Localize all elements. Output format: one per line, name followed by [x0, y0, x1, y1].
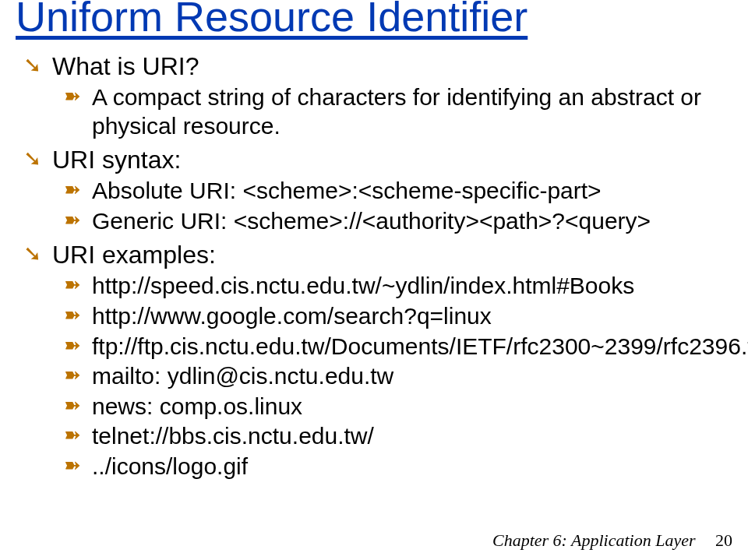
bullet-level2: ➽telnet://bbs.cis.nctu.edu.tw/	[64, 422, 732, 451]
bullet-text: ../icons/logo.gif	[92, 453, 248, 481]
bullet-text: What is URI?	[52, 51, 199, 82]
bullet-icon: ➽	[64, 393, 81, 419]
bullet-icon: ➽	[64, 453, 81, 479]
bullet-level2: ➽http://www.google.com/search?q=linux	[64, 302, 732, 331]
bullet-level2: ➽mailto: ydlin@cis.nctu.edu.tw	[64, 362, 732, 391]
bullet-text: http://www.google.com/search?q=linux	[92, 302, 492, 331]
bullet-text: mailto: ydlin@cis.nctu.edu.tw	[92, 362, 393, 391]
bullet-text: A compact string of characters for ident…	[92, 83, 732, 140]
bullet-text: ftp://ftp.cis.nctu.edu.tw/Documents/IETF…	[92, 333, 748, 361]
bullet-icon: ➽	[64, 272, 81, 298]
bullet-level2: ➽../icons/logo.gif	[64, 453, 732, 481]
content-list: ➘What is URI?➽A compact string of charac…	[16, 51, 732, 481]
bullet-icon: ➽	[64, 207, 81, 234]
chapter-label: Chapter 6: Application Layer	[492, 530, 696, 550]
bullet-icon: ➽	[64, 422, 81, 449]
bullet-icon: ➽	[64, 362, 81, 389]
bullet-level2: ➽news: comp.os.linux	[64, 393, 732, 421]
bullet-text: http://speed.cis.nctu.edu.tw/~ydlin/inde…	[92, 272, 634, 301]
page-number: 20	[715, 530, 732, 550]
bullet-icon: ➽	[64, 333, 81, 359]
bullet-text: URI examples:	[52, 240, 216, 270]
bullet-icon: ➘	[23, 240, 41, 268]
bullet-icon: ➽	[64, 83, 81, 110]
bullet-icon: ➽	[64, 177, 81, 203]
bullet-level2: ➽Generic URI: <scheme>://<authority><pat…	[64, 207, 732, 236]
bullet-level1: ➘URI syntax:	[23, 145, 732, 175]
bullet-text: Absolute URI: <scheme>:<scheme-specific-…	[92, 177, 602, 206]
bullet-level1: ➘URI examples:	[23, 240, 732, 270]
bullet-level2: ➽Absolute URI: <scheme>:<scheme-specific…	[64, 177, 732, 206]
bullet-icon: ➽	[64, 302, 81, 329]
bullet-level1: ➘What is URI?	[23, 51, 732, 82]
bullet-text: news: comp.os.linux	[92, 393, 302, 421]
bullet-icon: ➘	[23, 145, 41, 173]
bullet-level2: ➽A compact string of characters for iden…	[64, 83, 732, 140]
bullet-text: URI syntax:	[52, 145, 181, 175]
bullet-level2: ➽ftp://ftp.cis.nctu.edu.tw/Documents/IET…	[64, 333, 732, 361]
slide-title: Uniform Resource Identifier	[16, 0, 732, 37]
bullet-text: telnet://bbs.cis.nctu.edu.tw/	[92, 422, 374, 451]
bullet-level2: ➽http://speed.cis.nctu.edu.tw/~ydlin/ind…	[64, 272, 732, 301]
bullet-text: Generic URI: <scheme>://<authority><path…	[92, 207, 651, 236]
bullet-icon: ➘	[23, 51, 41, 79]
slide-body: Uniform Resource Identifier ➘What is URI…	[0, 0, 748, 481]
slide-footer: Chapter 6: Application Layer 20	[492, 530, 732, 551]
